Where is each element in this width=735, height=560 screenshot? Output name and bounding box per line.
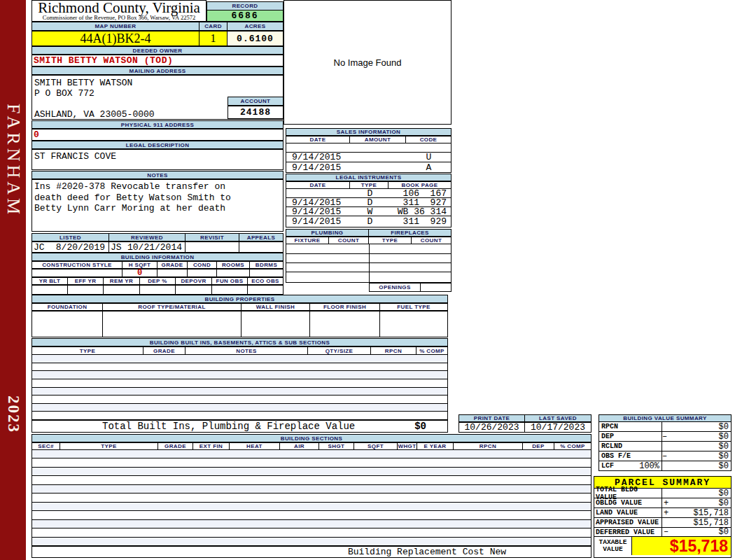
account-value: 24188 <box>227 106 284 119</box>
notes-line-3: Betty Lynn Carr Moring at her death <box>34 203 283 214</box>
last-saved-value: 10/17/2023 <box>525 422 592 433</box>
plumbing-header: PLUMBING <box>286 229 369 237</box>
col-depovr: DEPOVR <box>176 277 212 285</box>
sales-date <box>286 144 351 152</box>
parcel-summary-panel: PARCEL SUMMARY TOTAL BLDG VALUE $0 OBLDG… <box>594 476 732 558</box>
sales-columns: DATE AMOUNT CODE <box>286 136 451 144</box>
notes-box: Ins #2020-378 Revocable transfer on deat… <box>31 179 284 232</box>
built-ins-columns: TYPE GRADE NOTES QTY/SIZE RPCN % COMP <box>31 346 448 355</box>
lcf-value: $0 <box>672 461 731 470</box>
dep-label: DEP <box>601 433 614 440</box>
built-ins-header: BUILDING BUILT INS, BASEMENTS, ATTICS & … <box>31 338 448 346</box>
map-number-header: MAP NUMBER <box>31 22 200 31</box>
rpcn-op <box>662 422 672 431</box>
taxable-value-row: TAXABLE VALUE $15,718 <box>594 537 731 555</box>
reviewed-date: 10/21/2014 <box>127 242 182 253</box>
instrument-book-page: WB 36 314 <box>389 207 451 216</box>
construction-style-value <box>32 270 122 276</box>
dep-op: – <box>662 432 672 441</box>
sections-col-type: TYPE <box>60 442 158 450</box>
instrument-date: 9/14/2015 <box>286 216 351 226</box>
instrument-type: W <box>351 207 389 216</box>
built-ins-empty-rows <box>31 355 448 420</box>
sections-col-sqft: SQFT <box>354 442 398 450</box>
appraised-value: $15,718 <box>694 518 731 528</box>
fireplaces-cell <box>370 272 451 282</box>
plumbing-cell <box>286 254 370 262</box>
plumbing-fireplaces-empty-row <box>286 272 451 282</box>
bvs-row: DEP – $0 <box>599 432 731 442</box>
built-ins-total-row: Total Built Ins, Plumbing & Fireplace Va… <box>31 420 448 433</box>
legal-description-value: ST FRANCIS COVE <box>31 149 284 170</box>
building-info-values-2 <box>31 285 284 295</box>
built-ins-col-grade: GRADE <box>144 346 186 355</box>
col-yr-blt: YR BLT <box>31 277 68 285</box>
col-rem-yr: REM YR <box>104 277 140 285</box>
plumbing-fireplaces-columns: FIXTURE COUNT TYPE COUNT <box>286 237 451 244</box>
instrument-row: 9/14/2015 D 311 929 <box>286 216 451 226</box>
rclnd-value: $0 <box>672 442 731 451</box>
total-built-ins-label: Total Built Ins, Plumbing & Fireplace Va… <box>102 421 355 432</box>
sales-row: 9/14/2015 U <box>286 153 451 162</box>
sales-amount <box>351 153 407 162</box>
instruments-table: D 106 167 9/14/2015 D 311 927 9/14/2015 … <box>286 189 451 227</box>
plumbing-cell <box>286 244 370 253</box>
built-ins-col-notes: NOTES <box>186 346 308 355</box>
instrument-date: 9/14/2015 <box>286 198 351 206</box>
land-value-op: + <box>662 508 671 518</box>
sales-col-date: DATE <box>286 136 350 144</box>
sales-row: 9/14/2015 A <box>286 162 451 172</box>
sections-col-whgt: WHGT <box>398 442 417 450</box>
sections-col-ext-fin: EXT FIN <box>193 442 230 450</box>
col-eco-obs: ECO OBS <box>248 277 284 285</box>
review-value-row: JC 8/20/2019 JS 10/21/2014 <box>31 241 284 253</box>
bvs-row: RPCN $0 <box>599 422 731 432</box>
instrument-row: 9/14/2015 W WB 36 314 <box>286 207 451 216</box>
cond-value <box>188 270 217 276</box>
col-cond: COND <box>188 261 217 269</box>
col-dep-pct: DEP % <box>140 277 176 285</box>
empty-row <box>32 404 447 412</box>
fireplaces-col-count: COUNT <box>412 237 451 244</box>
sales-table: 9/14/2015 U 9/14/2015 A <box>286 144 451 173</box>
rooms-value <box>217 270 250 276</box>
deferred-value-op: – <box>662 527 671 537</box>
instrument-book-page: 311 929 <box>389 216 451 226</box>
sections-col-heat: HEAT <box>230 442 280 450</box>
print-info-values: 10/26/2023 10/17/2023 <box>458 422 592 433</box>
county-subtitle: Commissioner of the Revenue, PO Box 366,… <box>32 15 206 21</box>
sections-col-grade: GRADE <box>158 442 193 450</box>
sections-col-sec: SEC# <box>31 442 60 450</box>
building-replacement-cost-label: Building Replacement Cost New <box>348 547 506 557</box>
grade-value <box>158 270 188 276</box>
sections-col-comp: % COMP <box>554 442 592 450</box>
appraised-value-label: APPRAISED VALUE <box>594 518 662 527</box>
acres-header: ACRES <box>227 22 284 31</box>
sections-col-dep: DEP <box>523 442 554 450</box>
lcf-label: LCF <box>601 462 614 470</box>
print-date-header: PRINT DATE <box>458 414 525 422</box>
account-header: ACCOUNT <box>227 97 284 106</box>
record-header: RECORD <box>206 1 284 10</box>
sales-information-header: SALES INFORMATION <box>286 128 451 136</box>
instruments-col-date: DATE <box>286 181 350 189</box>
notes-line-2: death deed for Betty Watson Smith to <box>34 192 283 204</box>
obs-fe-op: – <box>662 451 672 461</box>
notes-header: NOTES <box>31 171 284 179</box>
rpcn-value: $0 <box>672 422 731 431</box>
empty-row <box>32 458 591 467</box>
plumbing-fireplaces-empty-row <box>286 244 451 254</box>
rpcn-label: RPCN <box>601 423 618 430</box>
sections-col-air: AIR <box>280 442 319 450</box>
sales-amount <box>351 144 407 152</box>
col-fuel-type: FUEL TYPE <box>380 303 448 311</box>
building-info-columns-1: CONSTRUCTION STYLE H SQFT GRADE COND ROO… <box>31 261 284 269</box>
instrument-book-page: 106 167 <box>389 189 451 197</box>
empty-row <box>32 355 447 363</box>
taxable-value: $15,718 <box>670 537 728 556</box>
parcel-row: APPRAISED VALUE $15,718 <box>594 518 731 528</box>
obldg-value-label: OBLDG VALUE <box>594 498 662 507</box>
listed-by: JC <box>34 242 45 253</box>
appeals-value <box>239 242 283 252</box>
listed-header: LISTED <box>31 233 109 241</box>
